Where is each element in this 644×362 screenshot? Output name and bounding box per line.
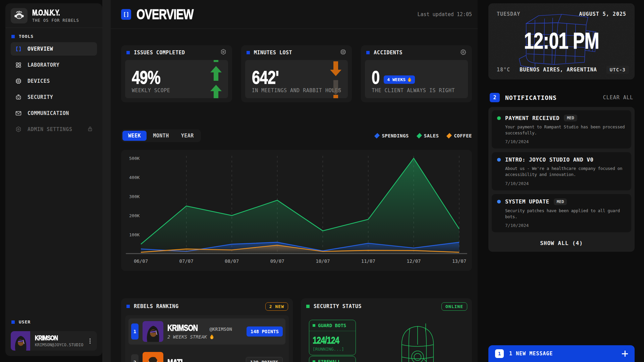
kebab-menu-icon[interactable] [85,339,95,344]
user-section: USER KRIMSON KRIMSON@JOYCO.STUDIO [5,313,102,356]
sidebar-item-security[interactable]: SECURITY [11,90,97,104]
user-card[interactable]: KRIMSON KRIMSON@JOYCO.STUDIO [11,331,97,351]
tab-month[interactable]: MONTH [147,131,175,141]
x-axis-label: 08/07 [225,258,239,264]
streak-label: 2 WEEKS STREAK [167,334,232,340]
logo-row: M.O.N.K.Y. THE OS FOR REBELS [5,3,102,27]
gear-icon [15,126,22,133]
flame-icon [408,77,412,82]
stat-body: 49% WEEKLY SCOPE [125,60,228,98]
sidebar-item-devices[interactable]: DEVICES [11,74,97,88]
ranking-row-2[interactable]: 2 MATI @MATI 129 POINTS [128,349,285,362]
trend-down-arrows [328,60,343,98]
security-body: GUARD BOTS 124/124 [RUNNING...] FIREWALL [306,315,468,362]
cog-icon[interactable] [460,49,467,57]
x-axis-label: 12/07 [407,258,421,264]
ranking-row-1[interactable]: 1 KRIMSON @KRIMSON 2 WEEKS STREAK [128,318,285,345]
rank-number: 1 [131,323,139,340]
plus-icon[interactable] [622,351,628,357]
user-email: KRIMSON@JOYCO.STUDIO [35,343,85,347]
chip-gear-icon[interactable] [340,49,346,57]
ranking-header: REBELS RANKING 2 NEW [121,298,293,314]
lock-icon [87,126,93,133]
stat-card-issues-completed: ISSUES COMPLETED 49% WEEKLY SCOPE [121,45,232,102]
diamond-icon [374,133,380,138]
status-dot [497,116,501,120]
legend-sales: SALES [418,133,439,138]
stat-card-minutes-lost: MINUTES LOST 642' IN MEETINGS AND RABBIT… [241,45,352,102]
guard-bot-illustration [397,323,438,362]
right-panel: TUESDAY AUGUST 5, 2025 12:01 PM 18°C BUE… [488,0,635,362]
chart-range-tabs: WEEK MONTH YEAR [121,129,201,142]
chip-icon [15,78,22,84]
firewall-panel: FIREWALL [309,356,356,362]
clock-card: TUESDAY AUGUST 5, 2025 12:01 PM 18°C BUE… [488,3,635,79]
tab-year[interactable]: YEAR [175,131,200,141]
section-bullet [11,35,15,38]
sidebar-item-communication[interactable]: COMMUNICATION [11,107,97,120]
new-message-bar[interactable]: 1 1 NEW MESSAGE [488,345,635,362]
area-chart: 100K200K300K400K500K06/0707/0708/0709/07… [121,150,472,271]
notification-intro[interactable]: INTRO: JOYCO STUDIO AND V0 About us - We… [492,152,631,190]
y-axis-label: 100K [129,232,140,237]
stats-row: ISSUES COMPLETED 49% WEEKLY SCOPE MINUTE… [121,45,472,102]
brackets-icon [15,46,22,52]
mail-icon [15,110,22,117]
stat-body: 0 4 WEEKS THE CLIENT ALWAYS IS RIGHT [365,60,468,98]
section-bullet [11,320,15,324]
show-all-button[interactable]: SHOW ALL (4) [492,236,631,248]
rank-number: 2 [131,354,139,362]
overview-brackets-icon: [] [121,9,131,20]
tab-week[interactable]: WEEK [122,131,147,141]
x-axis-label: 10/07 [316,258,330,264]
last-updated: Last updated 12:05 [417,11,472,17]
stat-card-accidents: ACCIDENTS 0 4 WEEKS THE CLIENT ALWAYS IS… [361,45,472,102]
status-dot [497,200,501,203]
security-header: SECURITY STATUS ONLINE [301,298,472,314]
clock-date: AUGUST 5, 2025 [579,11,626,17]
clear-all-button[interactable]: CLEAR ALL [603,95,633,101]
avatar [143,352,163,362]
notifications-list: PAYMENT RECEIVED MED Your payment to Ram… [488,107,635,252]
flame-icon [210,334,214,340]
app-subtitle: THE OS FOR REBELS [32,18,79,23]
main-content: [] OVERVIEW Last updated 12:05 ISSUES CO… [111,0,478,362]
legend-coffee: COFFEE [447,133,472,138]
stat-body: 642' IN MEETINGS AND RABBIT HOLES [245,60,348,98]
notifications-header: 2 NOTIFICATIONS CLEAR ALL [490,93,633,102]
scrollbar[interactable] [102,0,111,362]
notification-payment-received[interactable]: PAYMENT RECEIVED MED Your payment to Ram… [492,110,631,148]
status-dot [497,158,501,162]
avatar [143,321,163,342]
robot-icon [15,94,22,101]
notifications-count-badge: 2 [490,93,500,102]
tools-section-label: TOOLS [5,28,102,42]
x-axis-label: 11/07 [361,258,375,264]
clock-bottom-row: 18°C BUENOS AIRES, ARGENTINA UTC-3 [497,66,629,74]
app-title: M.O.N.K.Y. [32,9,60,17]
y-axis-label: 400K [129,175,140,180]
online-badge: ONLINE [441,302,467,311]
clock-location: BUENOS AIRES, ARGENTINA [510,67,606,73]
points-badge: 148 POINTS [247,326,283,337]
avatar [11,331,30,351]
diamond-icon [446,133,452,138]
security-status-card: SECURITY STATUS ONLINE GUARD BOTS 124/12… [301,298,472,362]
user-name: KRIMSON [35,335,58,341]
y-axis-label: 500K [129,156,140,161]
sidebar-item-admin-settings[interactable]: ADMIN SETTINGS [11,123,97,136]
hex-gear-icon[interactable] [220,49,227,57]
message-label: 1 NEW MESSAGE [509,351,553,357]
clock-top-row: TUESDAY AUGUST 5, 2025 [497,11,626,17]
rebels-ranking-card: REBELS RANKING 2 NEW 1 KRIMSON [121,298,293,362]
legend-spendings: SPENDINGS [375,133,409,138]
x-axis-label: 09/07 [270,258,284,264]
monkey-logo-icon [11,8,28,23]
streak-badge: 4 WEEKS [384,75,415,84]
sidebar-item-overview[interactable]: OVERVIEW [11,42,97,56]
x-axis-label: 13/07 [452,258,466,264]
sidebar-item-laboratory[interactable]: LABORATORY [11,58,97,72]
priority-tag: MED [564,115,577,121]
notification-system-update[interactable]: SYSTEM UPDATE MED Security patches have … [492,194,631,232]
clock-temp: 18°C [497,67,510,73]
